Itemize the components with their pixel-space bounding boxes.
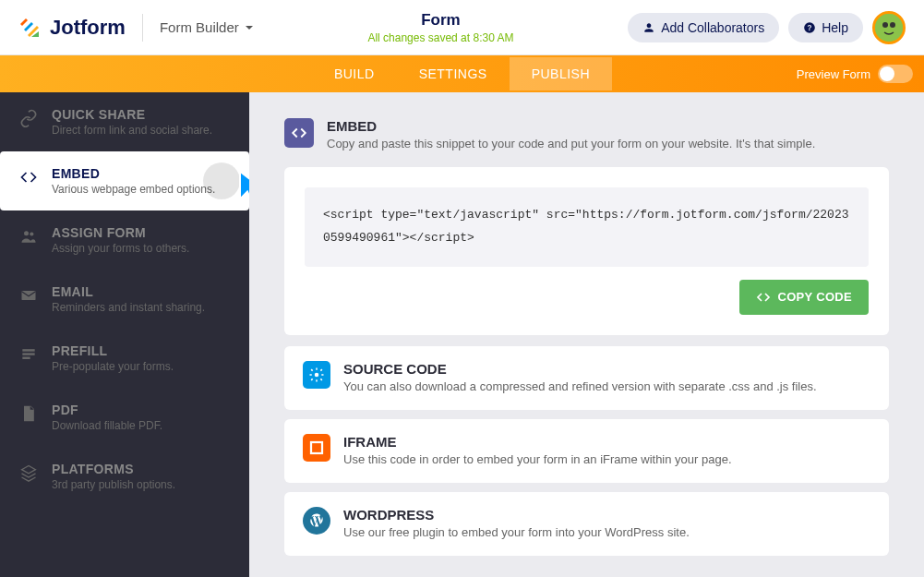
option-desc: Use this code in order to embed your for…: [343, 451, 732, 468]
wordpress-icon: [303, 507, 330, 535]
sidebar-item-title: ASSIGN FORM: [52, 225, 231, 240]
option-title: SOURCE CODE: [343, 361, 817, 377]
sidebar-item-title: EMAIL: [52, 284, 231, 299]
source-code-icon: [303, 361, 330, 389]
svg-rect-10: [22, 357, 30, 360]
sidebar-item-assign-form[interactable]: ASSIGN FORM Assign your forms to others.: [0, 210, 249, 270]
svg-rect-12: [311, 442, 322, 453]
sidebar-item-quick-share[interactable]: QUICK SHARE Direct form link and social …: [0, 92, 249, 151]
prefill-icon: [18, 345, 39, 364]
tab-publish[interactable]: PUBLISH: [510, 57, 612, 90]
chevron-down-icon: [245, 23, 254, 32]
add-collaborators-button[interactable]: Add Collaborators: [628, 13, 779, 42]
sidebar-item-prefill[interactable]: PREFILL Pre-populate your forms.: [0, 329, 249, 388]
option-title: WORDPRESS: [343, 507, 690, 523]
code-icon: [18, 168, 39, 186]
option-title: IFRAME: [343, 434, 732, 450]
link-icon: [18, 109, 39, 127]
embed-title: EMBED: [327, 118, 815, 134]
tab-settings[interactable]: SETTINGS: [397, 57, 510, 90]
svg-point-2: [875, 14, 903, 42]
option-wordpress[interactable]: WORDPRESS Use our free plugin to embed y…: [284, 492, 889, 556]
help-button[interactable]: ? Help: [788, 13, 863, 42]
iframe-icon: [303, 434, 330, 462]
sidebar-item-email[interactable]: EMAIL Reminders and instant sharing.: [0, 270, 249, 329]
sidebar-item-title: QUICK SHARE: [52, 107, 231, 122]
sidebar-item-title: PDF: [52, 403, 231, 417]
svg-rect-8: [22, 349, 34, 352]
avatar-image-icon: [875, 14, 903, 42]
sidebar-item-embed[interactable]: EMBED Various webpage embed options.: [0, 151, 249, 210]
cursor-pointer-icon: [236, 168, 249, 212]
embed-code-box[interactable]: <script type="text/javascript" src="http…: [305, 187, 869, 266]
option-source-code[interactable]: SOURCE CODE You can also download a comp…: [284, 346, 889, 410]
gear-icon: [308, 367, 325, 383]
embed-panel-header: EMBED Copy and paste this snippet to you…: [284, 118, 889, 152]
svg-point-5: [24, 231, 29, 235]
sidebar-item-desc: Download fillable PDF.: [52, 419, 231, 432]
help-icon: ?: [803, 21, 816, 34]
sidebar-item-desc: 3rd party publish options.: [52, 478, 231, 491]
embed-panel-icon: [284, 118, 314, 148]
pdf-icon: [18, 404, 39, 423]
code-icon: [756, 290, 771, 305]
tab-build[interactable]: BUILD: [312, 57, 397, 90]
form-title[interactable]: Form: [254, 11, 628, 30]
svg-text:?: ?: [808, 23, 812, 31]
toggle-knob: [880, 66, 894, 81]
center-section: Form All changes saved at 8:30 AM: [254, 11, 628, 44]
logo-section: Jotform: [18, 16, 126, 40]
jotform-logo-icon: [18, 17, 41, 39]
svg-rect-9: [22, 353, 34, 355]
svg-point-4: [890, 22, 895, 28]
preview-label: Preview Form: [797, 67, 870, 81]
wordpress-logo-icon: [308, 512, 325, 529]
email-icon: [18, 286, 39, 305]
header: Jotform Form Builder Form All changes sa…: [0, 0, 924, 55]
divider: [142, 14, 143, 42]
form-builder-label: Form Builder: [160, 19, 239, 35]
sidebar-item-desc: Reminders and instant sharing.: [52, 301, 231, 314]
embed-main-card: <script type="text/javascript" src="http…: [284, 167, 889, 334]
tabs-bar: BUILD SETTINGS PUBLISH Preview Form: [0, 55, 924, 92]
sidebar-item-platforms[interactable]: PLATFORMS 3rd party publish options.: [0, 447, 249, 506]
copy-code-label: COPY CODE: [778, 290, 852, 304]
preview-toggle-section: Preview Form: [797, 65, 913, 83]
platforms-icon: [18, 463, 39, 482]
svg-point-11: [315, 372, 319, 377]
sidebar-item-title: PREFILL: [52, 343, 231, 358]
sidebar-item-pdf[interactable]: PDF Download fillable PDF.: [0, 388, 249, 447]
svg-rect-7: [22, 291, 36, 300]
sidebar-item-desc: Pre-populate your forms.: [52, 360, 231, 373]
user-icon: [642, 21, 655, 34]
frame-icon: [308, 439, 325, 456]
preview-toggle[interactable]: [878, 65, 913, 83]
embed-desc: Copy and paste this snippet to your code…: [327, 136, 815, 152]
option-desc: Use our free plugin to embed your form i…: [343, 524, 690, 541]
sidebar-item-title: PLATFORMS: [52, 462, 231, 476]
add-collaborators-label: Add Collaborators: [661, 20, 764, 35]
sidebar: QUICK SHARE Direct form link and social …: [0, 92, 249, 577]
content: EMBED Copy and paste this snippet to you…: [249, 92, 924, 577]
code-icon: [291, 125, 307, 141]
form-builder-dropdown[interactable]: Form Builder: [160, 19, 254, 35]
sidebar-item-desc: Direct form link and social share.: [52, 124, 231, 137]
option-desc: You can also download a compressed and r…: [343, 379, 817, 395]
users-icon: [18, 227, 39, 246]
sidebar-item-desc: Assign your forms to others.: [52, 242, 231, 255]
user-avatar[interactable]: [872, 11, 906, 44]
option-iframe[interactable]: IFRAME Use this code in order to embed y…: [284, 419, 889, 483]
main-area: QUICK SHARE Direct form link and social …: [0, 92, 924, 577]
header-actions: Add Collaborators ? Help: [628, 11, 906, 44]
svg-point-6: [30, 232, 33, 235]
save-status: All changes saved at 8:30 AM: [254, 31, 628, 44]
logo-text: Jotform: [50, 16, 126, 40]
help-label: Help: [822, 20, 848, 35]
click-indicator: [203, 162, 240, 199]
tabs: BUILD SETTINGS PUBLISH: [312, 57, 612, 90]
copy-code-button[interactable]: COPY CODE: [739, 280, 869, 315]
svg-point-3: [882, 22, 888, 28]
